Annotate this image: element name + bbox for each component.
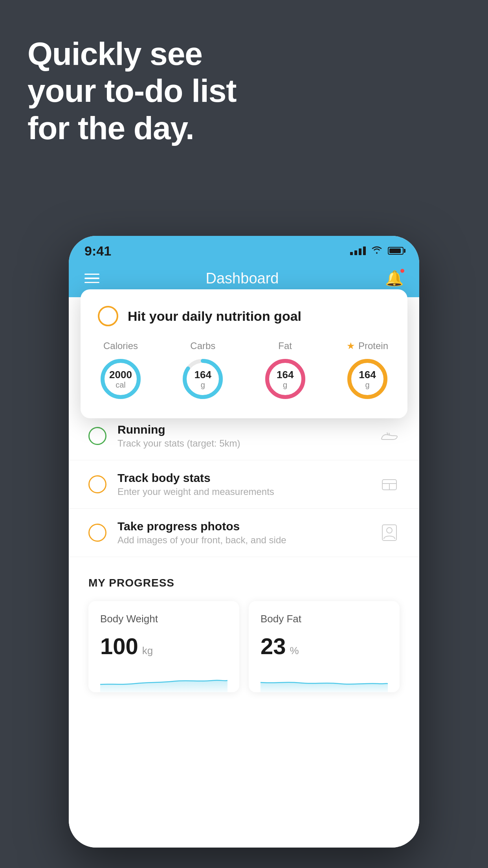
body-weight-card-title: Body Weight: [100, 613, 227, 625]
fat-label: Fat: [278, 340, 292, 351]
portrait-icon: [379, 522, 400, 543]
body-weight-sparkline: [100, 669, 227, 692]
battery-icon: [388, 247, 404, 255]
todo-item-body-stats[interactable]: Track body stats Enter your weight and m…: [69, 460, 419, 509]
scale-icon: [379, 474, 400, 495]
body-weight-card[interactable]: Body Weight 100 kg: [88, 601, 239, 692]
card-header: Hit your daily nutrition goal: [98, 306, 390, 326]
body-weight-value: 100: [100, 633, 138, 659]
calories-donut: 2000 cal: [98, 356, 143, 402]
status-icons: [350, 245, 404, 256]
calories-label: Calories: [103, 340, 138, 351]
todo-text-running: Running Track your stats (target: 5km): [117, 423, 368, 449]
status-time: 9:41: [84, 243, 111, 259]
body-fat-value: 23: [261, 633, 286, 659]
body-fat-card-title: Body Fat: [261, 613, 388, 625]
body-stats-title: Track body stats: [117, 471, 368, 485]
body-weight-unit: kg: [142, 645, 153, 657]
content-area: THINGS TO DO TODAY Hit your daily nutrit…: [69, 297, 419, 848]
progress-section: MY PROGRESS Body Weight 100 kg: [69, 557, 419, 704]
todo-item-running[interactable]: Running Track your stats (target: 5km): [69, 412, 419, 460]
nutrition-fat: Fat 164 g: [262, 340, 308, 402]
fat-donut: 164 g: [262, 356, 308, 402]
task-circle-nutrition[interactable]: [98, 306, 118, 326]
nutrition-card-title: Hit your daily nutrition goal: [128, 309, 301, 324]
body-fat-unit: %: [290, 645, 299, 657]
nav-title: Dashboard: [206, 270, 279, 287]
fat-value: 164 g: [277, 369, 294, 389]
hero-line2: your to-do list: [28, 72, 237, 109]
running-title: Running: [117, 423, 368, 436]
nutrition-card: Hit your daily nutrition goal Calories 2…: [81, 289, 407, 418]
hero-line3: for the day.: [28, 110, 237, 147]
menu-button[interactable]: [84, 274, 99, 283]
notification-button[interactable]: 🔔: [385, 270, 404, 287]
todo-text-body-stats: Track body stats Enter your weight and m…: [117, 471, 368, 497]
todo-circle-running: [88, 427, 106, 445]
body-fat-sparkline: [261, 669, 388, 692]
status-bar: 9:41: [69, 236, 419, 263]
calories-value: 2000 cal: [109, 369, 132, 389]
todo-item-photos[interactable]: Take progress photos Add images of your …: [69, 509, 419, 557]
svg-point-12: [387, 528, 392, 533]
carbs-value: 164 g: [194, 369, 211, 389]
notification-badge: [400, 268, 405, 274]
carbs-donut: 164 g: [180, 356, 226, 402]
nutrition-calories: Calories 2000 cal: [98, 340, 143, 402]
shoe-icon: [379, 426, 400, 446]
body-fat-value-row: 23 %: [261, 633, 388, 659]
protein-value: 164 g: [359, 369, 376, 389]
protein-label: ★ Protein: [347, 340, 388, 351]
nutrition-grid: Calories 2000 cal Carbs: [98, 340, 390, 402]
hero-text: Quickly see your to-do list for the day.: [28, 35, 237, 147]
todo-circle-photos: [88, 524, 106, 542]
progress-title: MY PROGRESS: [88, 577, 400, 589]
progress-grid: Body Weight 100 kg: [88, 601, 400, 692]
carbs-label: Carbs: [190, 340, 215, 351]
body-fat-card[interactable]: Body Fat 23 %: [249, 601, 400, 692]
phone-shell: 9:41 Dashboard 🔔: [69, 236, 419, 848]
photos-subtitle: Add images of your front, back, and side: [117, 535, 368, 546]
star-icon: ★: [347, 340, 355, 351]
photos-title: Take progress photos: [117, 520, 368, 533]
hero-line1: Quickly see: [28, 35, 237, 72]
todo-text-photos: Take progress photos Add images of your …: [117, 520, 368, 546]
nutrition-carbs: Carbs 164 g: [180, 340, 226, 402]
wifi-icon: [371, 245, 382, 256]
protein-donut: 164 g: [345, 356, 390, 402]
signal-icon: [350, 246, 366, 255]
todo-circle-body-stats: [88, 475, 106, 493]
body-weight-value-row: 100 kg: [100, 633, 227, 659]
nutrition-protein: ★ Protein 164 g: [345, 340, 390, 402]
running-subtitle: Track your stats (target: 5km): [117, 438, 368, 449]
body-stats-subtitle: Enter your weight and measurements: [117, 486, 368, 497]
